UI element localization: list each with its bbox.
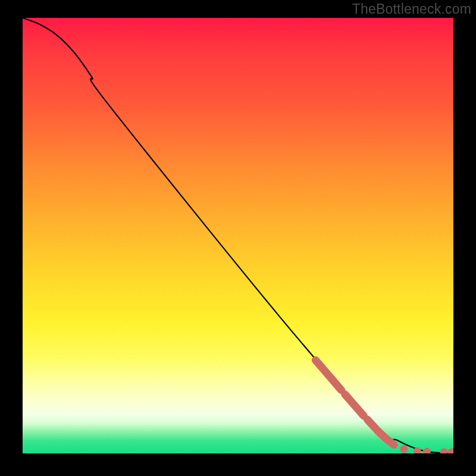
chart-overlay: [23, 18, 453, 453]
attribution-text: TheBottleneck.com: [352, 1, 471, 17]
highlight-dot: [448, 448, 453, 453]
plot-area: [23, 18, 453, 453]
highlight-dot: [440, 448, 448, 453]
highlight-dots: [400, 445, 453, 453]
highlight-dot: [400, 445, 408, 453]
highlight-segment: [315, 360, 341, 390]
highlight-segment: [345, 394, 364, 416]
main-curve: [23, 18, 453, 453]
chart-frame: TheBottleneck.com: [0, 0, 476, 476]
highlight-segment: [387, 440, 394, 445]
highlight-dot: [423, 448, 431, 453]
highlight-segments: [315, 360, 394, 444]
